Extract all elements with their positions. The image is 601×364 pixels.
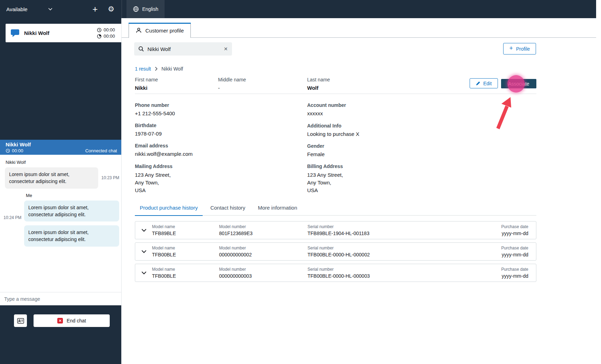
field-account-number: Account number xxxxxx — [307, 102, 346, 116]
message-timestamp: 10:24 PM — [3, 215, 21, 221]
cell-value: TFB00BLE-0000-HL-000002 — [307, 252, 370, 257]
chat-header: Nikki Wolf 00:00 Connected chat — [0, 140, 121, 155]
chat-status-label: Connected chat — [85, 148, 117, 153]
topbar-divider — [122, 0, 122, 18]
pencil-icon — [476, 81, 480, 86]
annotation-arrow — [490, 88, 522, 133]
message-author-me: Me — [26, 193, 121, 198]
field-value: Wolf — [307, 85, 330, 91]
field-value: +1 212-555-5400 — [135, 110, 175, 116]
new-task-button[interactable]: + — [88, 0, 102, 18]
field-phone-number: Phone number +1 212-555-5400 — [135, 102, 175, 116]
message-input[interactable] — [4, 296, 117, 302]
language-selector[interactable]: English — [126, 0, 165, 18]
clear-search-button[interactable]: ✕ — [224, 46, 228, 51]
breadcrumb-current: Nikki Wolf — [161, 66, 183, 72]
field-label: Email address — [135, 143, 193, 148]
field-label: Gender — [307, 143, 325, 149]
field-last-name: Last name Wolf — [307, 77, 330, 91]
tab-contact-history[interactable]: Contact history — [205, 205, 250, 216]
cell-value: TFB89BLE — [152, 231, 176, 236]
field-label: Middle name — [218, 77, 246, 82]
cell-value: 801F123689E3 — [219, 231, 253, 236]
tab-more-information[interactable]: More information — [253, 205, 302, 216]
contact-name: Nikki Wolf — [24, 30, 49, 36]
chat-message-row: 10:24 PM Lorem ipsum dolor sit amet, con… — [3, 201, 121, 222]
cell-label: Serial number — [307, 267, 370, 272]
chat-footer: End chat — [0, 305, 121, 364]
contact-timer-segment: 00:00 — [103, 34, 115, 39]
end-chat-button[interactable]: End chat — [34, 314, 110, 327]
cell-value: 000000000002 — [219, 252, 252, 257]
results-link[interactable]: 1 result — [135, 66, 151, 72]
field-first-name: First name Nikki — [135, 77, 158, 91]
field-middle-name: Middle name - — [218, 77, 246, 91]
cell-value: 000000000003 — [219, 273, 252, 279]
associate-label: Associate — [508, 81, 529, 87]
top-bar: Available + ⚙ English — [0, 0, 596, 18]
create-profile-button[interactable]: + Profile — [503, 43, 536, 54]
purchase-date-cell: Purchase date yyyy-mm-dd — [501, 224, 528, 236]
field-label: Mailing Address — [135, 163, 173, 169]
field-email-address: Email address nikki.wolf@example.com — [135, 143, 193, 157]
settings-button[interactable]: ⚙ — [104, 0, 118, 18]
section-divider — [135, 94, 536, 94]
contact-card-icon — [17, 318, 24, 324]
field-value: Nikki — [135, 85, 158, 91]
tab-strip-divider — [122, 37, 596, 38]
app-window: Available + ⚙ English Nikki Wolf 00:00 — [0, 0, 601, 364]
tab-customer-profile[interactable]: Customer profile — [129, 23, 191, 38]
purchase-row[interactable]: Model name TFB00BLE Model number 0000000… — [135, 242, 536, 261]
chat-message-row: Lorem ipsum dolor sit amet, consectetur … — [5, 167, 121, 189]
associate-button[interactable]: Associate — [501, 79, 536, 88]
search-icon — [138, 46, 144, 52]
cell-value: TFB00BLE-0000-HL-000003 — [307, 273, 370, 279]
expand-chevron-icon[interactable] — [142, 271, 146, 275]
model-name-cell: Model name TFB00BLE — [152, 267, 176, 279]
purchase-row[interactable]: Model name TFB89BLE Model number 801F123… — [135, 221, 536, 239]
agent-status-dropdown[interactable]: Available — [6, 0, 52, 18]
chat-bubble-icon — [10, 29, 20, 37]
field-label: Last name — [307, 77, 330, 82]
quick-connects-button[interactable] — [14, 314, 27, 327]
profile-search-input[interactable] — [147, 46, 220, 52]
model-name-cell: Model name TFB89BLE — [152, 224, 176, 236]
field-value: 123 Any Street, Any Town, USA — [307, 171, 343, 194]
globe-icon — [133, 6, 139, 12]
field-mailing-address: Mailing Address 123 Any Street, Any Town… — [135, 163, 173, 194]
cell-value: TFB00BLE — [152, 273, 176, 279]
tab-label: Customer profile — [145, 28, 184, 34]
chat-timer: 00:00 — [12, 148, 23, 153]
message-author: Nikki Wolf — [6, 160, 121, 165]
active-contact-card[interactable]: Nikki Wolf 00:00 00:00 — [6, 24, 121, 42]
field-value: - — [218, 85, 246, 91]
purchase-row[interactable]: Model name TFB00BLE Model number 0000000… — [135, 264, 536, 282]
cell-value: TFB00BLE — [152, 252, 176, 257]
message-timestamp — [3, 245, 21, 247]
field-value: xxxxxx — [307, 110, 346, 116]
edit-label: Edit — [483, 81, 492, 86]
cell-label: Model name — [152, 246, 176, 250]
ccp-sidebar: Nikki Wolf 00:00 00:00 Nikki Wolf 00: — [0, 18, 122, 364]
edit-button[interactable]: Edit — [470, 78, 498, 88]
cell-label: Model name — [152, 267, 176, 272]
cell-value: yyyy-mm-dd — [501, 273, 528, 279]
cell-label: Purchase date — [501, 246, 528, 250]
customer-message-bubble: Lorem ipsum dolor sit amet, consectetur … — [5, 167, 98, 189]
serial-number-cell: Serial number TFB00BLE-0000-HL-000003 — [307, 267, 370, 279]
expand-chevron-icon[interactable] — [142, 229, 146, 232]
expand-chevron-icon[interactable] — [142, 250, 146, 253]
clock-icon — [6, 148, 10, 153]
field-value: Looking to purchase X — [307, 131, 359, 137]
plus-icon: + — [509, 45, 513, 52]
chat-header-name: Nikki Wolf — [6, 141, 117, 148]
cell-value: yyyy-mm-dd — [501, 252, 528, 257]
cell-label: Purchase date — [501, 267, 528, 272]
field-birthdate: Birthdate 1978-07-09 — [135, 123, 162, 137]
tab-product-purchase-history[interactable]: Product purchase history — [135, 205, 203, 216]
profile-search: ✕ — [134, 42, 232, 56]
plus-icon: + — [92, 4, 97, 15]
person-icon — [136, 27, 142, 34]
history-tabs: Product purchase history Contact history… — [135, 205, 302, 216]
field-label: Phone number — [135, 102, 175, 108]
